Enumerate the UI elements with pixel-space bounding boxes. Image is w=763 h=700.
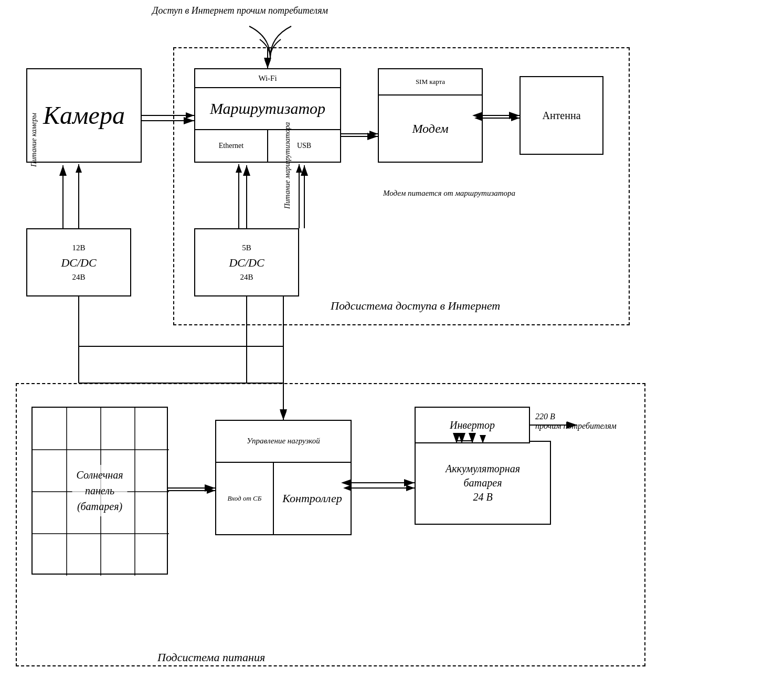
camera-box: Камера	[26, 68, 142, 163]
router-power-label: Питание маршрутизатора	[283, 122, 292, 209]
inverter-box: Инвертор	[415, 407, 530, 443]
dcdc12-top: 12В	[61, 242, 96, 254]
antenna-box: Антенна	[520, 76, 603, 155]
dcdc5-content: 5В DC/DC 24В	[229, 242, 264, 283]
dcdc12-box: 12В DC/DC 24В	[26, 228, 131, 296]
battery-content: Аккумуляторнаябатарея24 В	[446, 462, 520, 504]
router-box: Wi-Fi Маршрутизатор Ethernet USB	[194, 68, 341, 163]
inverter-label: Инвертор	[450, 418, 495, 432]
router-ethernet-section: Ethernet	[195, 130, 268, 162]
internet-subsystem-label: Подсистема доступа в Интернет	[331, 299, 500, 313]
router-main-section: Маршрутизатор	[195, 88, 340, 130]
camera-power-label: Питание камеры	[30, 113, 38, 167]
controller-name-section: Контроллер	[274, 463, 351, 534]
internet-access-label: Доступ в Интернет прочим потребителям	[152, 5, 328, 16]
modem-box: SIM карта Модем	[378, 68, 483, 163]
modem-main-section: Модем	[379, 96, 482, 162]
battery-label: Аккумуляторнаябатарея24 В	[446, 463, 520, 503]
dcdc5-box: 5В DC/DC 24В	[194, 228, 299, 296]
dcdc5-main: DC/DC	[229, 254, 264, 271]
solar-panel-box: Солнечнаяпанель(батарея)	[31, 407, 168, 575]
controller-load-label: Управление нагрузкой	[247, 436, 320, 447]
dcdc5-top: 5В	[229, 242, 264, 254]
dcdc12-bottom: 24В	[61, 271, 96, 283]
antenna-label: Антенна	[542, 109, 580, 122]
controller-input-section: Вход от СБ	[216, 463, 274, 534]
router-wifi-section: Wi-Fi	[195, 69, 340, 88]
dcdc12-main: DC/DC	[61, 254, 96, 271]
router-bottom-section: Ethernet USB	[195, 130, 340, 162]
solar-label: Солнечнаяпанель(батарея)	[72, 465, 128, 516]
controller-box: Управление нагрузкой Вход от СБ Контролл…	[215, 420, 352, 535]
controller-name-label: Контроллер	[282, 492, 342, 505]
modem-powered-label: Модем питается от маршрутизатора	[383, 189, 515, 198]
power-subsystem-label: Подсистема питания	[157, 651, 265, 664]
controller-load-section: Управление нагрузкой	[216, 421, 351, 463]
power-220-label: 220 Впрочим потребителям	[535, 412, 617, 431]
camera-label: Камера	[43, 99, 125, 132]
modem-sim-section: SIM карта	[379, 69, 482, 96]
dcdc5-bottom: 24В	[229, 271, 264, 283]
dcdc12-content: 12В DC/DC 24В	[61, 242, 96, 283]
diagram: Доступ в Интернет прочим потребителям Ка…	[0, 0, 763, 700]
controller-input-label: Вход от СБ	[228, 494, 262, 503]
router-usb-section: USB	[268, 130, 340, 162]
battery-box: Аккумуляторнаябатарея24 В	[415, 441, 551, 525]
